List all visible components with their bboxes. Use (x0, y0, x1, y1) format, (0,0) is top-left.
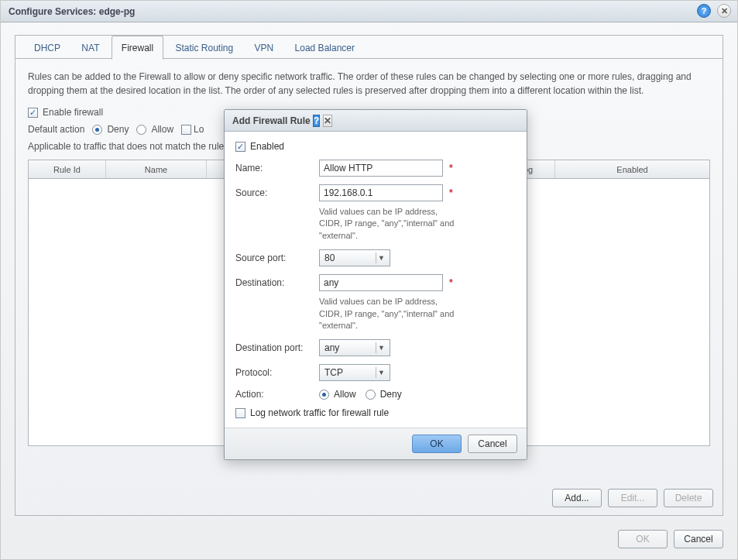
default-log-label: Lo (194, 124, 204, 135)
default-action-label: Default action (28, 124, 84, 135)
dialog-titlebar: Add Firewall Rule ? ✕ (225, 110, 527, 132)
name-label: Name: (235, 163, 319, 173)
required-icon: * (449, 277, 453, 288)
enable-firewall-label: Enable firewall (43, 107, 103, 118)
tab-firewall[interactable]: Firewall (112, 36, 163, 60)
destination-label: Destination: (235, 277, 319, 288)
chevron-down-icon: ▼ (376, 342, 386, 353)
tab-static-routing[interactable]: Static Routing (166, 36, 243, 59)
tab-vpn[interactable]: VPN (245, 36, 283, 59)
dialog-body: Enabled Name: * Source: * Valid values c… (225, 132, 527, 428)
col-enabled[interactable]: Enabled (555, 160, 709, 178)
protocol-value: TCP (324, 367, 343, 378)
default-action-deny-label: Deny (107, 124, 129, 135)
source-input[interactable] (319, 184, 443, 201)
source-port-label: Source port: (235, 253, 319, 263)
tab-dhcp[interactable]: DHCP (25, 36, 70, 59)
tab-load-balancer[interactable]: Load Balancer (286, 36, 364, 59)
destination-port-value: any (324, 342, 339, 353)
action-allow-label: Allow (334, 389, 356, 400)
window-titlebar: Configure Services: edge-pg ? ✕ (1, 1, 737, 22)
source-port-value: 80 (324, 253, 335, 263)
rule-enabled-checkbox[interactable] (235, 142, 245, 152)
action-label: Action: (235, 389, 319, 400)
add-firewall-rule-dialog: Add Firewall Rule ? ✕ Enabled Name: * So… (224, 109, 527, 460)
chevron-down-icon: ▼ (376, 253, 386, 263)
enabled-row: Enabled (235, 141, 516, 152)
source-hint: Valid values can be IP address, CIDR, IP… (319, 206, 458, 242)
action-deny-label: Deny (380, 389, 402, 400)
protocol-label: Protocol: (235, 367, 319, 378)
protocol-select[interactable]: TCP ▼ (319, 364, 390, 381)
dialog-cancel-button[interactable]: Cancel (468, 435, 517, 453)
dialog-close-icon[interactable]: ✕ (323, 115, 332, 127)
tab-bar: DHCP NAT Firewall Static Routing VPN Loa… (15, 36, 723, 59)
dialog-ok-button[interactable]: OK (412, 435, 462, 453)
default-log-checkbox[interactable] (181, 125, 191, 135)
delete-button[interactable]: Delete (664, 489, 713, 507)
destination-port-select[interactable]: any ▼ (319, 339, 390, 356)
rules-buttons: Add... Edit... Delete (552, 489, 713, 507)
window-title: Configure Services: edge-pg (9, 6, 135, 17)
edit-button[interactable]: Edit... (608, 489, 657, 507)
required-icon: * (449, 163, 453, 173)
default-action-deny-radio[interactable] (92, 125, 102, 135)
name-input[interactable] (319, 160, 443, 177)
panel-description: Rules can be added to the Firewall to al… (28, 70, 710, 98)
enable-firewall-checkbox[interactable] (28, 108, 38, 118)
help-icon[interactable]: ? (697, 4, 711, 18)
window-cancel-button[interactable]: Cancel (674, 530, 723, 548)
window-ok-button[interactable]: OK (618, 530, 668, 548)
chevron-down-icon: ▼ (376, 367, 386, 378)
configure-services-window: Configure Services: edge-pg ? ✕ DHCP NAT… (0, 0, 738, 560)
default-action-allow-radio[interactable] (136, 125, 146, 135)
destination-hint: Valid values can be IP address, CIDR, IP… (319, 296, 458, 332)
required-icon: * (449, 187, 453, 198)
action-allow-radio[interactable] (319, 390, 329, 400)
destination-port-label: Destination port: (235, 342, 319, 353)
action-deny-radio[interactable] (366, 390, 376, 400)
log-traffic-checkbox[interactable] (235, 408, 245, 418)
window-footer: OK Cancel (618, 530, 723, 548)
dialog-title: Add Firewall Rule (232, 115, 311, 126)
destination-input[interactable] (319, 274, 443, 291)
rule-enabled-label: Enabled (250, 141, 284, 152)
col-rule-id[interactable]: Rule Id (29, 160, 106, 178)
close-icon[interactable]: ✕ (717, 4, 731, 18)
source-label: Source: (235, 187, 319, 198)
tab-nat[interactable]: NAT (72, 36, 108, 59)
log-traffic-label: Log network traffic for firewall rule (250, 407, 389, 418)
dialog-help-icon[interactable]: ? (313, 115, 320, 127)
dialog-footer: OK Cancel (225, 428, 527, 459)
add-button[interactable]: Add... (552, 489, 602, 507)
col-name[interactable]: Name (106, 160, 207, 178)
default-action-allow-label: Allow (151, 124, 173, 135)
source-port-select[interactable]: 80 ▼ (319, 249, 390, 266)
